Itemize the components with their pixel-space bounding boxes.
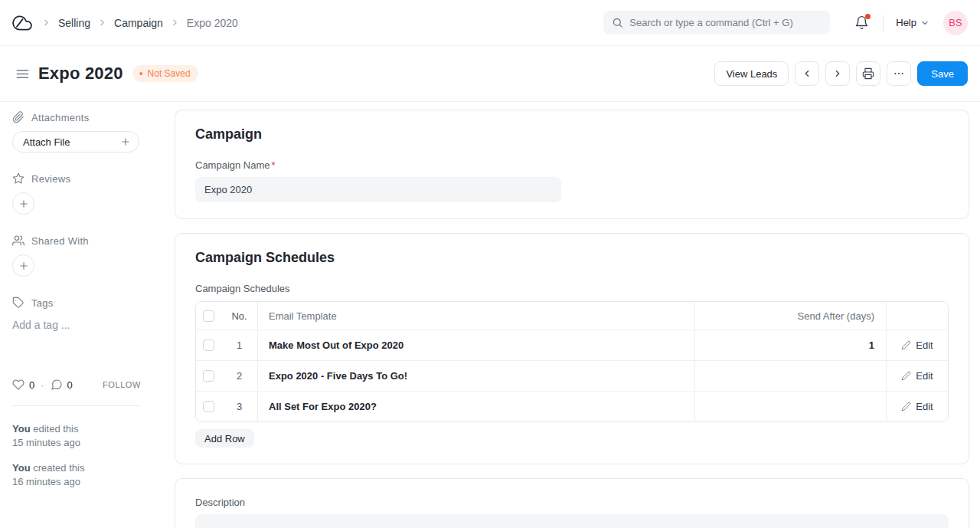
shared-with-section-label: Shared With	[12, 234, 162, 247]
global-search[interactable]	[603, 11, 830, 34]
form-body: Campaign Campaign Name* Campaign Schedul…	[175, 102, 980, 528]
comment-icon	[51, 379, 63, 391]
campaign-schedules-section: Campaign Schedules Campaign Schedules No…	[175, 233, 969, 464]
top-navbar: Selling Campaign Expo 2020 Help BS	[0, 0, 980, 46]
activity-user: You	[12, 462, 31, 474]
star-icon	[12, 172, 24, 185]
row-number: 2	[221, 361, 258, 391]
edit-row-button[interactable]: Edit	[901, 339, 933, 351]
required-marker: *	[272, 159, 276, 171]
search-input[interactable]	[629, 17, 822, 28]
edit-row-button[interactable]: Edit	[901, 401, 933, 412]
chevron-right-icon	[170, 18, 180, 28]
pencil-icon	[901, 371, 911, 381]
ellipsis-icon	[893, 67, 905, 80]
social-row: 0 · 0 FOLLOW	[12, 379, 141, 391]
table-row[interactable]: 1 Make Most Out of Expo 2020 1 Edit	[196, 330, 948, 360]
breadcrumb-expo-2020: Expo 2020	[187, 17, 238, 29]
email-template-value[interactable]: Make Most Out of Expo 2020	[269, 339, 403, 351]
attach-file-label: Attach File	[23, 136, 70, 148]
description-label: Description	[195, 497, 949, 508]
notification-dot	[865, 14, 871, 19]
activity-entry: You edited this 15 minutes ago	[12, 422, 162, 450]
add-tag-input[interactable]: Add a tag ...	[12, 319, 162, 331]
shared-with-label: Shared With	[31, 235, 89, 247]
email-template-value[interactable]: All Set For Expo 2020?	[269, 401, 377, 412]
header-actions: View Leads Save	[714, 61, 968, 86]
edit-row-button[interactable]: Edit	[901, 370, 933, 382]
next-record-button[interactable]	[825, 61, 850, 86]
activity-time: 15 minutes ago	[12, 436, 162, 450]
navbar-divider	[883, 15, 884, 31]
status-text: Not Saved	[148, 68, 191, 79]
users-icon	[12, 234, 24, 247]
help-label: Help	[896, 17, 916, 28]
content-area: Attachments Attach File Reviews Shared W…	[0, 102, 980, 528]
like-button[interactable]: 0	[12, 379, 34, 391]
status-badge: • Not Saved	[132, 65, 198, 82]
print-button[interactable]	[856, 61, 880, 86]
schedules-table: No. Email Template Send After (days) 1 M…	[195, 301, 949, 422]
breadcrumb: Selling Campaign Expo 2020	[41, 17, 238, 29]
printer-icon	[862, 67, 874, 80]
tag-icon	[12, 297, 24, 309]
send-after-value[interactable]: 1	[869, 339, 874, 351]
view-leads-button[interactable]: View Leads	[714, 61, 789, 86]
column-header-edit	[887, 302, 948, 330]
add-review-button[interactable]	[12, 192, 34, 215]
breadcrumb-selling[interactable]: Selling	[58, 17, 90, 29]
row-checkbox[interactable]	[203, 370, 214, 382]
sidebar-toggle-button[interactable]	[12, 64, 32, 84]
help-menu[interactable]: Help	[896, 17, 929, 28]
table-row[interactable]: 3 All Set For Expo 2020? Edit	[196, 391, 948, 421]
chevron-left-icon	[802, 68, 812, 79]
page-header: Expo 2020 • Not Saved View Leads Save	[0, 46, 980, 102]
description-editor[interactable]	[195, 514, 949, 528]
row-checkbox[interactable]	[203, 401, 214, 412]
activity-entry: You created this 16 minutes ago	[12, 461, 162, 489]
campaign-section-title: Campaign	[195, 126, 949, 143]
campaign-section: Campaign Campaign Name*	[175, 110, 969, 219]
attachments-label: Attachments	[31, 112, 90, 123]
paperclip-icon	[12, 111, 24, 123]
attachments-section-label: Attachments	[12, 111, 162, 123]
add-share-button[interactable]	[12, 254, 34, 277]
breadcrumb-campaign[interactable]: Campaign	[114, 17, 163, 29]
table-row[interactable]: 2 Expo 2020 - Five Days To Go! Edit	[196, 360, 948, 391]
campaign-name-label: Campaign Name*	[195, 159, 949, 171]
column-header-no: No.	[221, 302, 258, 330]
chevron-down-icon	[920, 18, 929, 28]
user-avatar[interactable]: BS	[943, 11, 968, 35]
row-checkbox[interactable]	[203, 339, 214, 351]
search-icon	[612, 17, 623, 28]
column-header-email-template: Email Template	[258, 302, 695, 330]
add-row-button[interactable]: Add Row	[195, 429, 254, 448]
edit-label: Edit	[916, 401, 933, 412]
pencil-icon	[901, 402, 911, 412]
menu-icon	[15, 67, 30, 81]
comments-count: 0	[67, 379, 73, 391]
activity-action: created this	[31, 462, 85, 474]
comments-button[interactable]: 0	[51, 379, 73, 391]
heart-icon	[12, 379, 24, 391]
edit-label: Edit	[916, 370, 933, 382]
sidebar-divider	[12, 405, 141, 406]
schedules-field-label: Campaign Schedules	[195, 283, 949, 294]
status-dot: •	[139, 68, 143, 79]
more-options-button[interactable]	[887, 61, 911, 86]
notifications-button[interactable]	[854, 15, 869, 30]
label-text: Campaign Name	[195, 159, 270, 171]
campaign-name-field[interactable]	[195, 177, 561, 202]
follow-button[interactable]: FOLLOW	[103, 380, 141, 389]
app-logo-icon[interactable]	[11, 11, 34, 34]
select-all-checkbox[interactable]	[203, 310, 214, 322]
plus-icon	[18, 198, 29, 209]
attach-file-button[interactable]: Attach File	[12, 131, 139, 152]
previous-record-button[interactable]	[795, 61, 819, 86]
save-button[interactable]: Save	[917, 61, 968, 86]
reviews-section-label: Reviews	[12, 172, 162, 185]
pencil-icon	[901, 340, 911, 350]
email-template-value[interactable]: Expo 2020 - Five Days To Go!	[269, 370, 407, 382]
edit-label: Edit	[916, 339, 933, 351]
tags-section-label: Tags	[12, 297, 162, 309]
